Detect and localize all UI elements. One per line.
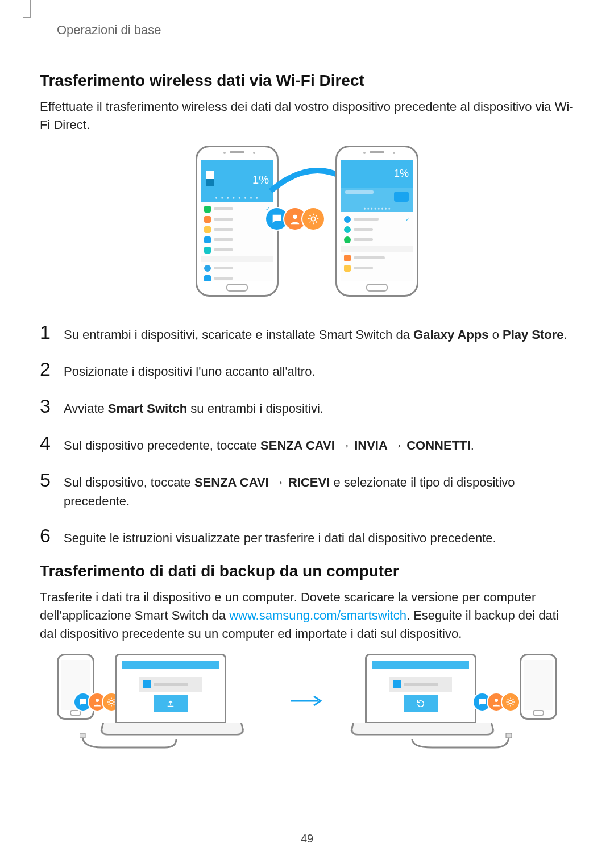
- step-number: 3: [40, 396, 60, 416]
- restore-icon: [404, 695, 438, 712]
- svg-point-2: [311, 217, 315, 221]
- svg-point-8: [509, 700, 512, 704]
- settings-icon: [502, 693, 519, 711]
- data-bubbles-small: [476, 693, 519, 711]
- step-number: 6: [40, 526, 60, 545]
- section1-intro: Effettuate il trasferimento wireless dei…: [40, 98, 574, 134]
- step-number: 2: [40, 359, 60, 379]
- page-number: 49: [0, 832, 614, 845]
- step-5: 5 Sul dispositivo, toccate SENZA CAVI → …: [40, 470, 574, 510]
- scene-backup: [57, 654, 273, 750]
- svg-rect-5: [80, 733, 85, 738]
- laptop: [352, 654, 489, 739]
- percent-label: 1%: [394, 168, 409, 180]
- upload-icon: [154, 695, 188, 712]
- illustration-wifi-direct: 1% ● ● ● ● ● ● ● ● ✓: [40, 146, 574, 299]
- mini-phone-target: [520, 654, 557, 720]
- svg-point-1: [293, 214, 297, 218]
- step-number: 5: [40, 470, 60, 489]
- percent-label: 1%: [252, 173, 269, 186]
- laptop: [102, 654, 239, 739]
- settings-icon: [302, 208, 324, 230]
- breadcrumb: Operazioni di base: [57, 23, 574, 38]
- scene-restore: [341, 654, 557, 750]
- steps-list: 1 Su entrambi i dispositivi, scaricate e…: [40, 322, 574, 547]
- step-6: 6 Seguite le istruzioni visualizzate per…: [40, 525, 574, 547]
- section2-title: Trasferimento di dati di backup da un co…: [40, 562, 574, 580]
- step-4: 4 Sul dispositivo precedente, toccate SE…: [40, 433, 574, 455]
- arrow-right-icon: [290, 695, 324, 709]
- svg-point-7: [495, 699, 498, 702]
- section1-title: Trasferimento wireless dati via Wi-Fi Di…: [40, 72, 574, 90]
- page-tab-marker: [23, 0, 31, 18]
- step-1: 1 Su entrambi i dispositivi, scaricate e…: [40, 322, 574, 344]
- step-number: 4: [40, 433, 60, 452]
- data-type-bubbles: [269, 208, 324, 230]
- illustration-computer-backup: [40, 654, 574, 750]
- step-3: 3 Avviate Smart Switch su entrambi i dis…: [40, 396, 574, 418]
- phone-target: 1% ● ● ● ● ● ● ● ● ✓: [335, 146, 418, 297]
- step-2: 2 Posizionate i dispositivi l'uno accant…: [40, 359, 574, 381]
- step-number: 1: [40, 322, 60, 342]
- svg-point-3: [96, 699, 99, 702]
- smartswitch-link[interactable]: www.samsung.com/smartswitch: [229, 608, 406, 622]
- section2-intro: Trasferite i dati tra il dispositivo e u…: [40, 588, 574, 643]
- svg-rect-9: [506, 733, 512, 738]
